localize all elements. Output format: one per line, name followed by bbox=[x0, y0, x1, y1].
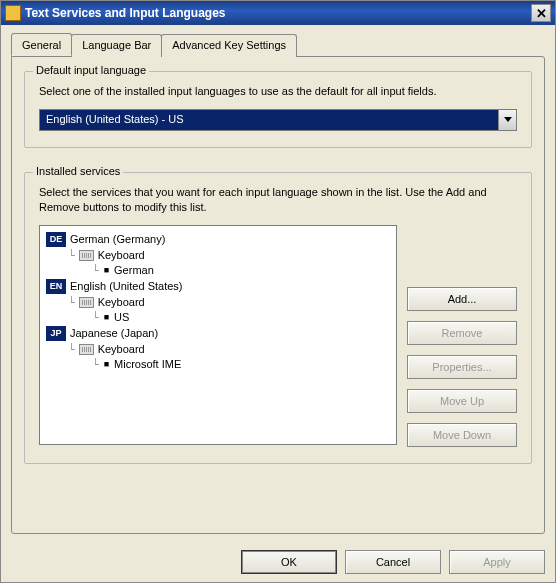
tree-connector: └ bbox=[92, 358, 99, 371]
category-label: Keyboard bbox=[98, 296, 145, 308]
language-row[interactable]: ENEnglish (United States) bbox=[46, 279, 390, 294]
default-language-dropdown[interactable]: English (United States) - US bbox=[39, 109, 517, 131]
language-row[interactable]: JPJapanese (Japan) bbox=[46, 326, 390, 341]
bullet-icon: ■ bbox=[104, 312, 109, 322]
close-icon: ✕ bbox=[536, 7, 547, 20]
tab-advanced-key[interactable]: Advanced Key Settings bbox=[161, 34, 297, 57]
ok-button[interactable]: OK bbox=[241, 550, 337, 574]
add-button[interactable]: Add... bbox=[407, 287, 517, 311]
group-installed-services: Installed services Select the services t… bbox=[24, 172, 532, 464]
tree-connector: └ bbox=[68, 296, 75, 309]
tab-panel-general: Default input language Select one of the… bbox=[11, 56, 545, 534]
language-name: English (United States) bbox=[70, 280, 183, 292]
tree-connector: └ bbox=[92, 264, 99, 277]
bullet-icon: ■ bbox=[104, 359, 109, 369]
layout-name: German bbox=[114, 264, 154, 276]
apply-button[interactable]: Apply bbox=[449, 550, 545, 574]
group-installed-services-label: Installed services bbox=[33, 165, 123, 177]
language-badge: DE bbox=[46, 232, 66, 247]
close-button[interactable]: ✕ bbox=[531, 4, 551, 22]
category-row[interactable]: └Keyboard bbox=[68, 343, 390, 356]
dialog-buttons: OK Cancel Apply bbox=[1, 540, 555, 582]
tab-strip: General Language Bar Advanced Key Settin… bbox=[11, 33, 545, 56]
tree-connector: └ bbox=[92, 311, 99, 324]
move-up-button[interactable]: Move Up bbox=[407, 389, 517, 413]
layout-row[interactable]: └■US bbox=[92, 311, 390, 324]
layout-row[interactable]: └■German bbox=[92, 264, 390, 277]
app-icon bbox=[5, 5, 21, 21]
dropdown-button[interactable] bbox=[498, 110, 516, 130]
content-area: General Language Bar Advanced Key Settin… bbox=[1, 25, 555, 540]
bullet-icon: ■ bbox=[104, 265, 109, 275]
tab-language-bar[interactable]: Language Bar bbox=[71, 34, 162, 57]
layout-name: Microsoft IME bbox=[114, 358, 181, 370]
move-down-button[interactable]: Move Down bbox=[407, 423, 517, 447]
language-badge: JP bbox=[46, 326, 66, 341]
category-row[interactable]: └Keyboard bbox=[68, 296, 390, 309]
category-label: Keyboard bbox=[98, 343, 145, 355]
cancel-button[interactable]: Cancel bbox=[345, 550, 441, 574]
group-default-language: Default input language Select one of the… bbox=[24, 71, 532, 148]
layout-name: US bbox=[114, 311, 129, 323]
group-default-language-label: Default input language bbox=[33, 64, 149, 76]
tree-connector: └ bbox=[68, 249, 75, 262]
window-title: Text Services and Input Languages bbox=[25, 6, 226, 20]
language-row[interactable]: DEGerman (Germany) bbox=[46, 232, 390, 247]
dialog-window: Text Services and Input Languages ✕ Gene… bbox=[0, 0, 556, 583]
language-badge: EN bbox=[46, 279, 66, 294]
category-label: Keyboard bbox=[98, 249, 145, 261]
installed-services-description: Select the services that you want for ea… bbox=[39, 185, 517, 215]
titlebar: Text Services and Input Languages ✕ bbox=[1, 1, 555, 25]
services-tree[interactable]: DEGerman (Germany)└Keyboard└■GermanENEng… bbox=[39, 225, 397, 445]
keyboard-icon bbox=[79, 250, 94, 261]
category-row[interactable]: └Keyboard bbox=[68, 249, 390, 262]
tree-connector: └ bbox=[68, 343, 75, 356]
tab-general[interactable]: General bbox=[11, 33, 72, 56]
language-name: German (Germany) bbox=[70, 233, 165, 245]
layout-row[interactable]: └■Microsoft IME bbox=[92, 358, 390, 371]
default-language-value: English (United States) - US bbox=[40, 110, 498, 130]
services-area: DEGerman (Germany)└Keyboard└■GermanENEng… bbox=[39, 225, 517, 447]
side-buttons: Add... Remove Properties... Move Up Move… bbox=[407, 225, 517, 447]
chevron-down-icon bbox=[504, 117, 512, 123]
properties-button[interactable]: Properties... bbox=[407, 355, 517, 379]
svg-marker-0 bbox=[504, 117, 512, 122]
keyboard-icon bbox=[79, 297, 94, 308]
default-language-description: Select one of the installed input langua… bbox=[39, 84, 517, 99]
keyboard-icon bbox=[79, 344, 94, 355]
language-name: Japanese (Japan) bbox=[70, 327, 158, 339]
remove-button[interactable]: Remove bbox=[407, 321, 517, 345]
